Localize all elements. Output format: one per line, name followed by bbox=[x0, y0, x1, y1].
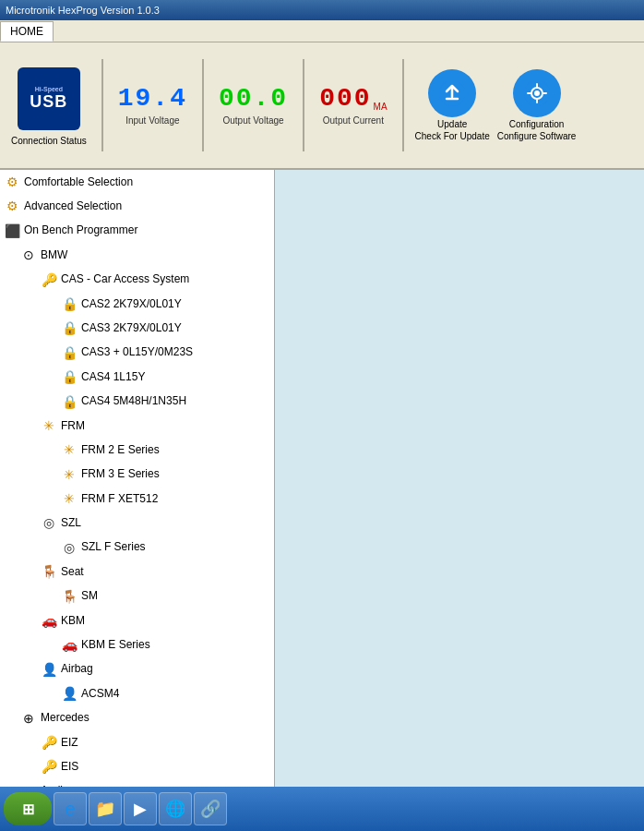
tree-item-airbag[interactable]: 👤Airbag bbox=[0, 657, 274, 681]
mercedes-icon: ⊕ bbox=[20, 708, 37, 729]
tree-item-seat[interactable]: 🪑Seat bbox=[0, 560, 274, 584]
taskbar: ⊞ e 📁 ▶ 🌐 🔗 bbox=[0, 787, 644, 831]
taskbar-media[interactable]: ▶ bbox=[124, 792, 157, 825]
taskbar-net[interactable]: 🔗 bbox=[194, 792, 227, 825]
start-orb: ⊞ bbox=[22, 801, 34, 818]
hi-speed-label: Hi-Speed bbox=[35, 86, 63, 92]
tree-item-acsm4[interactable]: 👤ACSM4 bbox=[0, 681, 274, 705]
eis-label: EIS bbox=[61, 758, 78, 776]
net-icon: 🔗 bbox=[200, 799, 221, 819]
tree-item-audi[interactable]: ∞Audi bbox=[0, 779, 274, 787]
sm-label: SM bbox=[81, 587, 98, 605]
bmw-icon: ⊙ bbox=[20, 245, 37, 265]
frmf-icon: ✳ bbox=[61, 488, 78, 509]
szl-label: SZL bbox=[61, 514, 81, 532]
update-label: Update bbox=[437, 119, 467, 129]
advanced-icon: ⚙ bbox=[4, 196, 20, 216]
toolbar: Hi-Speed USB Connection Status 19.4 Inpu… bbox=[0, 42, 644, 170]
ie-icon: e bbox=[65, 799, 75, 820]
szlf-label: SZL F Series bbox=[81, 538, 146, 556]
output-voltage-label: Output Voltage bbox=[222, 115, 283, 126]
frm-label: FRM bbox=[61, 417, 85, 435]
configuration-icon bbox=[513, 69, 561, 117]
taskbar-chrome[interactable]: 🌐 bbox=[159, 792, 192, 825]
kbm-label: KBM bbox=[61, 612, 85, 630]
tree-item-frm3[interactable]: ✳FRM 3 E Series bbox=[0, 463, 274, 487]
tree-item-cas[interactable]: 🔑CAS - Car Access System bbox=[0, 268, 274, 292]
tree-item-frm[interactable]: ✳FRM bbox=[0, 414, 274, 438]
tree-item-mercedes[interactable]: ⊕Mercedes bbox=[0, 706, 274, 730]
update-button[interactable]: Update Check For Update bbox=[415, 69, 490, 141]
check-update-label: Check For Update bbox=[415, 131, 490, 141]
tree-item-kbm[interactable]: 🚗KBM bbox=[0, 608, 274, 632]
usb-icon-box: Hi-Speed USB bbox=[16, 66, 82, 132]
cas-label: CAS - Car Access System bbox=[61, 271, 189, 288]
right-panel bbox=[275, 170, 644, 787]
tree-item-szlf[interactable]: ◎SZL F Series bbox=[0, 536, 274, 560]
divider-2 bbox=[202, 59, 204, 151]
tree-panel[interactable]: ⚙Comfortable Selection⚙Advanced Selectio… bbox=[0, 170, 275, 787]
comfortable-icon: ⚙ bbox=[4, 172, 20, 192]
usb-text: USB bbox=[30, 92, 67, 112]
usb-icon: Hi-Speed USB bbox=[18, 67, 80, 130]
onbench-label: On Bench Programmer bbox=[24, 222, 137, 239]
title-bar: Microtronik HexProg Version 1.0.3 bbox=[0, 0, 644, 20]
menu-home[interactable]: HOME bbox=[0, 21, 54, 42]
start-button[interactable]: ⊞ bbox=[4, 792, 52, 825]
elz-icon: 🔑 bbox=[41, 732, 57, 753]
onbench-icon: ⬛ bbox=[4, 221, 20, 241]
tree-item-advanced[interactable]: ⚙Advanced Selection bbox=[0, 194, 274, 218]
cas4m-label: CAS4 5M48H/1N35H bbox=[81, 392, 186, 410]
frm2-icon: ✳ bbox=[61, 440, 78, 460]
configuration-button[interactable]: Configuration Configure Software bbox=[497, 69, 577, 141]
tree-item-cas4[interactable]: 🔒CAS4 1L15Y bbox=[0, 365, 274, 389]
tree-item-cas3[interactable]: 🔒CAS3 2K79X/0L01Y bbox=[0, 316, 274, 340]
acsm4-label: ACSM4 bbox=[81, 685, 119, 703]
update-icon bbox=[428, 69, 476, 117]
svg-point-2 bbox=[534, 90, 540, 96]
cas2-label: CAS2 2K79X/0L01Y bbox=[81, 295, 182, 313]
taskbar-files[interactable]: 📁 bbox=[89, 792, 122, 825]
tree-item-frmf[interactable]: ✳FRM F XET512 bbox=[0, 487, 274, 511]
menu-bar: HOME bbox=[0, 20, 644, 42]
input-voltage-display: 19.4 bbox=[118, 86, 187, 112]
output-current-display: 000 MA bbox=[319, 86, 387, 112]
kbm-icon: 🚗 bbox=[41, 610, 57, 631]
output-voltage-display: 00.0 bbox=[219, 86, 288, 112]
tree-item-eis[interactable]: 🔑EIS bbox=[0, 754, 274, 778]
kbme-label: KBM E Series bbox=[81, 636, 150, 654]
tree-item-sm[interactable]: 🪑SM bbox=[0, 584, 274, 608]
cas3-label: CAS3 2K79X/0L01Y bbox=[81, 319, 182, 337]
comfortable-label: Comfortable Selection bbox=[24, 174, 133, 191]
acsm4-icon: 👤 bbox=[61, 683, 78, 704]
sm-icon: 🪑 bbox=[61, 586, 78, 607]
szlf-icon: ◎ bbox=[61, 537, 78, 558]
output-current-label: Output Current bbox=[323, 115, 384, 126]
tree-item-szl[interactable]: ◎SZL bbox=[0, 511, 274, 535]
tree-item-onbench[interactable]: ⬛On Bench Programmer bbox=[0, 219, 274, 243]
tree-item-comfortable[interactable]: ⚙Comfortable Selection bbox=[0, 170, 274, 194]
tree-item-cas2[interactable]: 🔒CAS2 2K79X/0L01Y bbox=[0, 292, 274, 316]
media-icon: ▶ bbox=[134, 799, 147, 819]
taskbar-ie[interactable]: e bbox=[54, 792, 87, 825]
tree-item-elz[interactable]: 🔑EIZ bbox=[0, 730, 274, 754]
advanced-label: Advanced Selection bbox=[24, 198, 122, 215]
bmw-label: BMW bbox=[41, 247, 67, 264]
connection-status-item: Hi-Speed USB Connection Status bbox=[7, 62, 90, 150]
tree-item-kbme[interactable]: 🚗KBM E Series bbox=[0, 632, 274, 656]
cas4-label: CAS4 1L15Y bbox=[81, 368, 145, 386]
output-current-value: 000 bbox=[319, 86, 371, 112]
divider-4 bbox=[402, 59, 404, 151]
divider-3 bbox=[303, 59, 304, 151]
divider-1 bbox=[101, 59, 103, 151]
tree-item-cas4m[interactable]: 🔒CAS4 5M48H/1N35H bbox=[0, 390, 274, 414]
frm-icon: ✳ bbox=[41, 416, 57, 436]
output-voltage-item: 00.0 Output Voltage bbox=[215, 82, 292, 129]
tree-item-frm2[interactable]: ✳FRM 2 E Series bbox=[0, 438, 274, 462]
seat-icon: 🪑 bbox=[41, 561, 57, 582]
frm3-icon: ✳ bbox=[61, 464, 78, 485]
output-current-item: 000 MA Output Current bbox=[316, 82, 390, 129]
tree-item-bmw[interactable]: ⊙BMW bbox=[0, 243, 274, 267]
frm3-label: FRM 3 E Series bbox=[81, 465, 160, 483]
tree-item-cas3plus[interactable]: 🔒CAS3 + 0L15Y/0M23S bbox=[0, 341, 274, 365]
